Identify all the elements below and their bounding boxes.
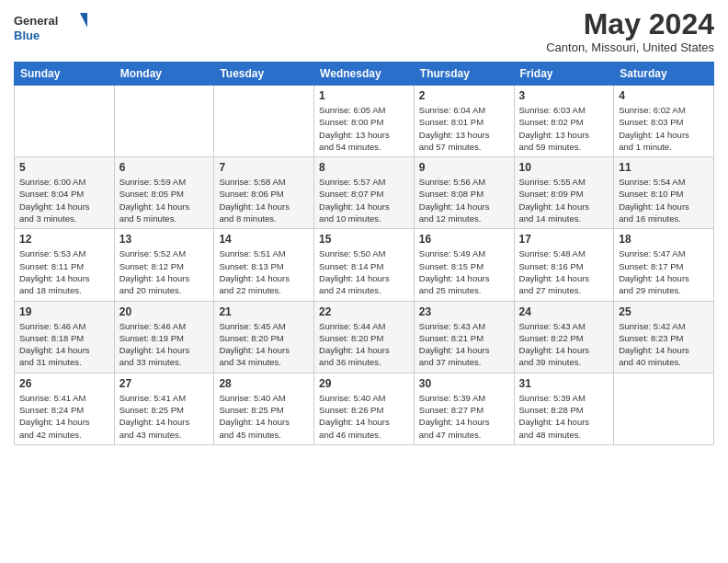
day-number: 14 [219,233,309,246]
table-row: 31Sunrise: 5:39 AMSunset: 8:28 PMDayligh… [514,373,614,444]
day-info: Sunrise: 6:04 AMSunset: 8:01 PMDaylight:… [419,104,509,153]
table-row: 20Sunrise: 5:46 AMSunset: 8:19 PMDayligh… [114,301,214,373]
day-number: 22 [319,305,409,318]
week-row-2: 5Sunrise: 6:00 AMSunset: 8:04 PMDaylight… [15,157,714,229]
day-info: Sunrise: 6:00 AMSunset: 8:04 PMDaylight:… [19,176,109,224]
day-info: Sunrise: 5:50 AMSunset: 8:14 PMDaylight:… [319,247,409,296]
day-info: Sunrise: 5:57 AMSunset: 8:07 PMDaylight:… [319,176,409,224]
location: Canton, Missouri, United States [546,40,714,54]
table-row: 24Sunrise: 5:43 AMSunset: 8:22 PMDayligh… [514,301,614,373]
day-info: Sunrise: 5:42 AMSunset: 8:23 PMDaylight:… [619,320,709,369]
table-row: 11Sunrise: 5:54 AMSunset: 8:10 PMDayligh… [614,157,714,229]
day-info: Sunrise: 5:48 AMSunset: 8:16 PMDaylight:… [519,247,609,296]
table-row: 29Sunrise: 5:40 AMSunset: 8:26 PMDayligh… [314,373,415,444]
week-row-4: 19Sunrise: 5:46 AMSunset: 8:18 PMDayligh… [15,301,714,373]
day-number: 25 [619,305,709,318]
day-number: 3 [519,89,609,102]
day-number: 16 [419,233,509,246]
day-info: Sunrise: 5:43 AMSunset: 8:21 PMDaylight:… [419,320,509,369]
table-row: 17Sunrise: 5:48 AMSunset: 8:16 PMDayligh… [514,229,614,301]
table-row: 25Sunrise: 5:42 AMSunset: 8:23 PMDayligh… [614,301,714,373]
table-row: 5Sunrise: 6:00 AMSunset: 8:04 PMDaylight… [15,157,115,229]
day-number: 26 [19,377,109,390]
week-row-3: 12Sunrise: 5:53 AMSunset: 8:11 PMDayligh… [15,229,714,301]
day-number: 24 [519,305,609,318]
month-title: May 2024 [546,9,714,39]
day-info: Sunrise: 6:03 AMSunset: 8:02 PMDaylight:… [519,104,609,153]
header-friday: Friday [514,63,614,86]
day-info: Sunrise: 5:55 AMSunset: 8:09 PMDaylight:… [519,176,609,224]
day-number: 28 [219,377,309,390]
day-number: 7 [219,161,309,174]
header-thursday: Thursday [414,63,514,86]
day-info: Sunrise: 5:41 AMSunset: 8:25 PMDaylight:… [119,392,210,441]
day-info: Sunrise: 5:49 AMSunset: 8:15 PMDaylight:… [419,247,509,296]
table-row: 10Sunrise: 5:55 AMSunset: 8:09 PMDayligh… [514,157,614,229]
day-number: 10 [519,161,609,174]
table-row: 14Sunrise: 5:51 AMSunset: 8:13 PMDayligh… [214,229,314,301]
day-number: 19 [19,305,109,318]
table-row [614,373,714,444]
day-number: 13 [119,233,210,246]
table-row: 21Sunrise: 5:45 AMSunset: 8:20 PMDayligh… [214,301,314,373]
day-info: Sunrise: 6:02 AMSunset: 8:03 PMDaylight:… [619,104,709,153]
day-number: 12 [19,233,109,246]
day-info: Sunrise: 5:54 AMSunset: 8:10 PMDaylight:… [619,176,709,224]
svg-text:Blue: Blue [14,29,40,42]
day-info: Sunrise: 5:41 AMSunset: 8:24 PMDaylight:… [19,392,109,441]
day-info: Sunrise: 5:39 AMSunset: 8:27 PMDaylight:… [419,392,509,441]
table-row: 28Sunrise: 5:40 AMSunset: 8:25 PMDayligh… [214,373,314,444]
day-info: Sunrise: 5:47 AMSunset: 8:17 PMDaylight:… [619,247,709,296]
day-number: 30 [419,377,509,390]
day-info: Sunrise: 5:46 AMSunset: 8:18 PMDaylight:… [19,320,109,369]
day-info: Sunrise: 5:56 AMSunset: 8:08 PMDaylight:… [419,176,509,224]
table-row: 3Sunrise: 6:03 AMSunset: 8:02 PMDaylight… [514,86,614,157]
header-tuesday: Tuesday [214,63,314,86]
table-row: 12Sunrise: 5:53 AMSunset: 8:11 PMDayligh… [15,229,115,301]
table-row: 1Sunrise: 6:05 AMSunset: 8:00 PMDaylight… [314,86,415,157]
table-row: 13Sunrise: 5:52 AMSunset: 8:12 PMDayligh… [114,229,214,301]
day-number: 18 [619,233,709,246]
table-row: 4Sunrise: 6:02 AMSunset: 8:03 PMDaylight… [614,86,714,157]
day-number: 5 [19,161,109,174]
table-row: 19Sunrise: 5:46 AMSunset: 8:18 PMDayligh… [15,301,115,373]
day-number: 4 [619,89,709,102]
header: General Blue May 2024 Canton, Missouri, … [14,9,714,54]
day-info: Sunrise: 5:40 AMSunset: 8:26 PMDaylight:… [319,392,409,441]
day-number: 31 [519,377,609,390]
generalblue-logo-icon: General Blue [14,9,87,46]
day-info: Sunrise: 5:40 AMSunset: 8:25 PMDaylight:… [219,392,309,441]
table-row [15,86,115,157]
day-info: Sunrise: 5:43 AMSunset: 8:22 PMDaylight:… [519,320,609,369]
day-number: 17 [519,233,609,246]
table-row: 23Sunrise: 5:43 AMSunset: 8:21 PMDayligh… [414,301,514,373]
day-number: 20 [119,305,210,318]
table-row: 16Sunrise: 5:49 AMSunset: 8:15 PMDayligh… [414,229,514,301]
table-row: 18Sunrise: 5:47 AMSunset: 8:17 PMDayligh… [614,229,714,301]
day-info: Sunrise: 5:45 AMSunset: 8:20 PMDaylight:… [219,320,309,369]
table-row: 7Sunrise: 5:58 AMSunset: 8:06 PMDaylight… [214,157,314,229]
page: General Blue May 2024 Canton, Missouri, … [0,0,728,563]
day-number: 2 [419,89,509,102]
calendar: Sunday Monday Tuesday Wednesday Thursday… [14,62,714,445]
week-row-5: 26Sunrise: 5:41 AMSunset: 8:24 PMDayligh… [15,373,714,444]
day-info: Sunrise: 6:05 AMSunset: 8:00 PMDaylight:… [319,104,409,153]
day-number: 1 [319,89,409,102]
day-info: Sunrise: 5:59 AMSunset: 8:05 PMDaylight:… [119,176,210,224]
day-number: 8 [319,161,409,174]
header-wednesday: Wednesday [314,63,415,86]
week-row-1: 1Sunrise: 6:05 AMSunset: 8:00 PMDaylight… [15,86,714,157]
table-row: 26Sunrise: 5:41 AMSunset: 8:24 PMDayligh… [15,373,115,444]
table-row [114,86,214,157]
table-row: 30Sunrise: 5:39 AMSunset: 8:27 PMDayligh… [414,373,514,444]
day-info: Sunrise: 5:52 AMSunset: 8:12 PMDaylight:… [119,247,210,296]
day-number: 11 [619,161,709,174]
svg-marker-2 [80,13,87,28]
day-number: 9 [419,161,509,174]
table-row: 2Sunrise: 6:04 AMSunset: 8:01 PMDaylight… [414,86,514,157]
header-monday: Monday [114,63,214,86]
day-number: 6 [119,161,210,174]
table-row: 8Sunrise: 5:57 AMSunset: 8:07 PMDaylight… [314,157,415,229]
day-number: 15 [319,233,409,246]
weekday-header-row: Sunday Monday Tuesday Wednesday Thursday… [15,63,714,86]
